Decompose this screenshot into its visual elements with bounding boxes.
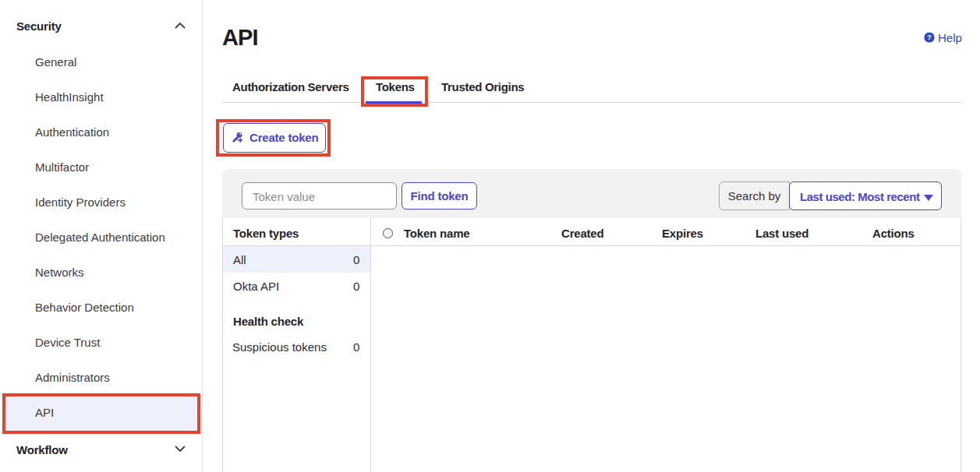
svg-text:?: ? bbox=[927, 33, 932, 41]
